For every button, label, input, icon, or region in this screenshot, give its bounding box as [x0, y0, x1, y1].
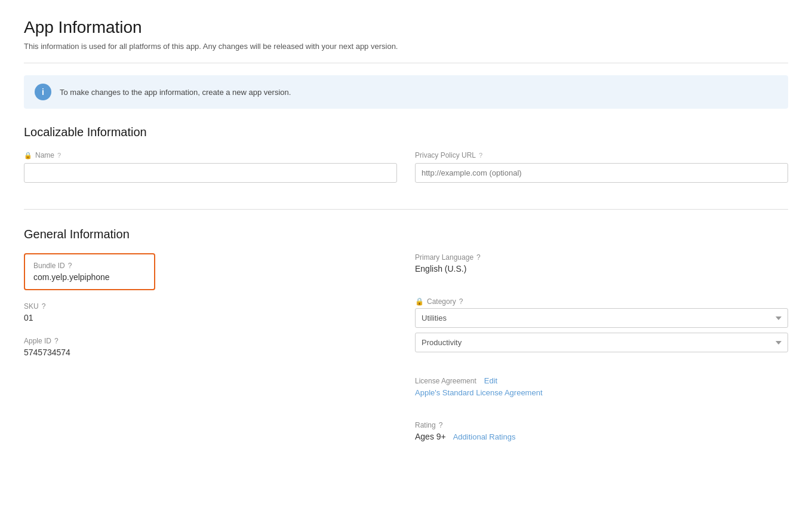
localizable-fields-grid: 🔒 Name ? Privacy Policy URL ? — [24, 151, 788, 197]
localizable-section-title: Localizable Information — [24, 125, 788, 139]
rating-help-icon[interactable]: ? — [439, 421, 443, 429]
bundle-id-value: com.yelp.yelpiphone — [33, 272, 146, 282]
section-divider — [24, 209, 788, 210]
primary-language-value: English (U.S.) — [415, 264, 788, 274]
page-title: App Information — [24, 18, 788, 37]
category-label: 🔒 Category ? — [415, 297, 788, 306]
sku-label: SKU ? — [24, 302, 397, 311]
license-agreement-link[interactable]: Apple's Standard License Agreement — [415, 388, 543, 397]
subcategory-select[interactable]: Productivity Utilities — [415, 333, 788, 352]
additional-ratings-link[interactable]: Additional Ratings — [453, 432, 516, 441]
privacy-policy-label: Privacy Policy URL ? — [415, 151, 788, 159]
apple-id-value: 5745734574 — [24, 348, 397, 357]
primary-language-label: Primary Language ? — [415, 253, 788, 262]
bundle-id-box: Bundle ID ? com.yelp.yelpiphone — [24, 253, 155, 290]
license-agreement-label: License Agreement Edit — [415, 376, 788, 385]
rating-label: Rating ? — [415, 421, 788, 429]
name-input[interactable] — [24, 163, 397, 183]
general-left-column: Bundle ID ? com.yelp.yelpiphone SKU ? 01 — [24, 253, 397, 371]
bundle-id-label: Bundle ID ? — [33, 262, 146, 270]
rating-value: Ages 9+ Additional Ratings — [415, 432, 788, 441]
header-divider — [24, 63, 788, 63]
category-lock-icon: 🔒 — [415, 297, 424, 306]
license-agreement-field-group: License Agreement Edit Apple's Standard … — [415, 376, 788, 397]
license-agreement-edit-link[interactable]: Edit — [484, 376, 497, 385]
privacy-policy-input[interactable] — [415, 163, 788, 183]
primary-language-field-group: Primary Language ? English (U.S.) — [415, 253, 788, 274]
general-fields-grid: Bundle ID ? com.yelp.yelpiphone SKU ? 01 — [24, 253, 788, 456]
name-lock-icon: 🔒 — [24, 152, 32, 159]
sku-help-icon[interactable]: ? — [42, 302, 46, 311]
info-banner: i To make changes to the app information… — [24, 75, 788, 109]
general-section: General Information Bundle ID ? com.yelp… — [24, 228, 788, 456]
category-select[interactable]: Utilities Games Entertainment Productivi… — [415, 308, 788, 328]
name-help-icon[interactable]: ? — [57, 152, 61, 159]
privacy-policy-field-group: Privacy Policy URL ? — [415, 151, 788, 183]
info-icon: i — [35, 84, 51, 100]
apple-id-label: Apple ID ? — [24, 337, 397, 345]
localizable-section: Localizable Information 🔒 Name ? Privacy… — [24, 125, 788, 197]
apple-id-field-group: Apple ID ? 5745734574 — [24, 337, 397, 357]
sku-value: 01 — [24, 313, 397, 322]
general-right-column: Primary Language ? English (U.S.) 🔒 Cate… — [415, 253, 788, 456]
apple-id-help-icon[interactable]: ? — [54, 337, 59, 345]
info-banner-text: To make changes to the app information, … — [60, 88, 291, 97]
category-field-group: 🔒 Category ? Utilities Games Entertainme… — [415, 297, 788, 352]
page-subtitle: This information is used for all platfor… — [24, 42, 788, 51]
bundle-id-help-icon[interactable]: ? — [68, 262, 72, 270]
sku-field-group: SKU ? 01 — [24, 302, 397, 322]
rating-field-group: Rating ? Ages 9+ Additional Ratings — [415, 421, 788, 441]
general-section-title: General Information — [24, 228, 788, 241]
name-field-label: 🔒 Name ? — [24, 151, 397, 159]
privacy-policy-help-icon[interactable]: ? — [479, 152, 482, 159]
name-field-group: 🔒 Name ? — [24, 151, 397, 183]
primary-language-help-icon[interactable]: ? — [476, 253, 481, 262]
category-help-icon[interactable]: ? — [459, 297, 463, 306]
